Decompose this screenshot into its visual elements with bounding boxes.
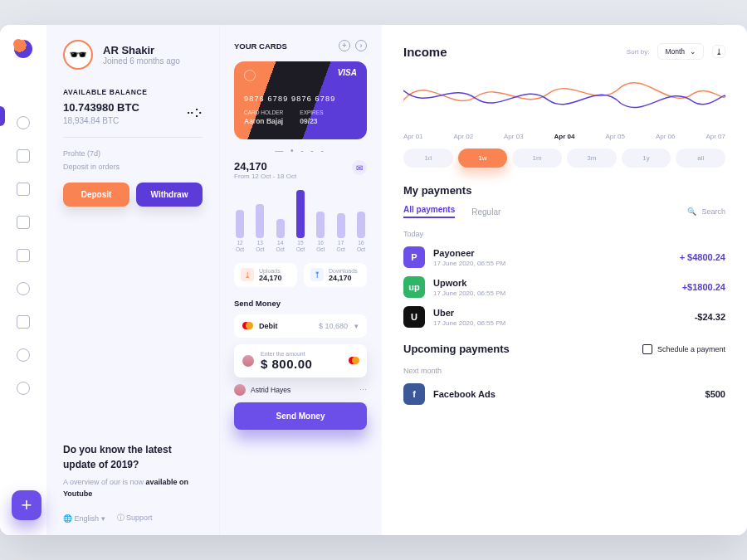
contacts-icon[interactable] [17,282,30,295]
briefcase-icon[interactable] [17,216,30,229]
bar[interactable] [337,213,345,238]
next-month-label: Next month [403,367,725,375]
more-icon[interactable]: ⋯ [359,386,367,394]
divider [63,137,203,138]
weekly-bar-chart [236,190,365,238]
payment-row[interactable]: UUber17 June 2020, 06:55 PM-$24.32 [403,306,725,328]
payment-date: 17 June 2020, 06:55 PM [433,290,505,297]
income-panel: Income Sort by: Month ⌄ ⤓ Apr 01Apr 02Ap… [382,25,747,535]
payments-list: PPayoneer17 June 2020, 06:55 PM+ $4800.2… [403,238,725,328]
balance-alt: 18,934.84 BTC [63,116,139,125]
sidebar-active-indicator [0,106,5,126]
downloads-label: Downloads [329,268,358,274]
profile-joined: Joined 6 months ago [103,56,180,66]
schedule-payment-button[interactable]: Schedule a payment [642,344,725,354]
payment-row[interactable]: PPayoneer17 June 2020, 06:55 PM+ $4800.2… [403,246,725,268]
search-input[interactable]: 🔍 Search [687,207,725,216]
card-brand: VISA [338,68,357,77]
range-chip[interactable]: 1w [458,149,508,168]
bar[interactable] [256,204,264,238]
income-line-chart [403,63,725,133]
promo-subtitle-a: A overview of our is now [63,478,146,486]
dashboard-icon[interactable] [17,116,30,129]
settings-icon[interactable] [17,382,30,395]
bar[interactable] [357,212,365,238]
balance-label: AVAILABLE BALANCE [63,88,203,96]
payment-date: 17 June 2020, 06:55 PM [433,260,505,267]
add-button[interactable]: + [12,490,42,520]
sort-select[interactable]: Month ⌄ [657,43,704,60]
range-chip[interactable]: 3m [567,149,617,168]
send-title: Send Money [234,299,367,308]
range-chips: 1d1w1m3m1yall [403,149,725,168]
upcoming-title: Upcoming payments [403,343,510,355]
clock-icon[interactable] [17,348,30,362]
support-link[interactable]: ⓘ Support [117,513,153,523]
axis-tick: Apr 03 [504,133,524,140]
payment-row[interactable]: upUpwork17 June 2020, 06:55 PM+$1800.24 [403,276,725,298]
calendar-icon [642,344,652,354]
debit-select[interactable]: Debit $ 10,680 ▾ [234,314,367,338]
bar-chart-labels: 12Oct13Oct14Oct15Oct16Oct17Oct16Oct [235,240,366,253]
range-chip[interactable]: 1m [512,149,562,168]
mastercard-icon [242,321,252,331]
payment-app-icon: P [403,246,425,268]
credit-card[interactable]: VISA 9876 6789 9876 6789 CARD HOLDERAaro… [234,61,367,139]
bar-label: 17Oct [336,240,346,253]
sidebar: + [0,25,46,535]
calendar-icon[interactable] [17,183,30,196]
cards-panel: YOUR CARDS + › VISA 9876 6789 9876 6789 … [219,25,382,535]
bar-label: 15Oct [295,240,305,253]
search-placeholder: Search [701,207,725,216]
downloads-card: ⤒ Downloads24,170 [304,263,367,287]
amount-value: $ 800.00 [261,357,342,371]
payment-app-icon: U [403,306,425,328]
range-chip[interactable]: 1y [622,149,671,168]
download-chart-button[interactable]: ⤓ [712,45,725,58]
bar-label: 16Oct [356,240,366,253]
tab-all-payments[interactable]: All payments [403,205,455,218]
notes-icon[interactable] [17,249,30,262]
axis-tick: Apr 01 [403,133,423,140]
app-window: + 🕶️ AR Shakir Joined 6 months ago AVAIL… [0,25,747,535]
bar[interactable] [296,190,305,238]
payment-name: Facebook Ads [433,389,496,399]
tab-regular[interactable]: Regular [471,207,500,217]
language-label: English [75,514,100,523]
profile-panel: 🕶️ AR Shakir Joined 6 months ago AVAILAB… [46,25,219,535]
bar-label: 16Oct [315,240,325,253]
uploads-value: 24,170 [259,274,282,282]
logo-icon [14,40,32,58]
payment-amount: -$24.32 [695,312,725,322]
bar[interactable] [316,212,325,238]
payment-amount: +$1800.24 [682,282,725,292]
next-card-button[interactable]: › [355,40,367,51]
downloads-value: 24,170 [329,274,358,282]
bar-label: 13Oct [255,240,265,253]
prohte-label: Prohte (7d) [63,149,203,158]
recipient-row[interactable]: Astrid Hayes ⋯ [234,384,367,396]
payment-amount: $500 [706,389,725,399]
payment-name: Payoneer [433,248,505,258]
sort-value: Month [665,47,685,56]
messages-icon[interactable]: ✉ [352,160,367,175]
avatar[interactable]: 🕶️ [63,40,93,70]
chevron-down-icon: ▾ [354,322,359,330]
amount-input[interactable]: Enter the amount $ 800.00 [234,344,367,377]
deposit-button[interactable]: Deposit [63,183,129,207]
bar[interactable] [236,210,244,238]
profile-name: AR Shakir [103,44,180,56]
send-money-button[interactable]: Send Money [234,402,367,430]
add-card-button[interactable]: + [339,40,350,51]
withdraw-button[interactable]: Withdraw [136,183,203,207]
range-chip[interactable]: all [676,149,725,168]
schedule-label: Schedule a payment [657,345,725,353]
range-chip[interactable]: 1d [403,149,453,168]
wallet-icon[interactable] [17,149,30,163]
bar[interactable] [276,219,285,238]
payment-row[interactable]: fFacebook Ads$500 [403,383,725,405]
download-icon: ⤒ [310,268,324,281]
card-icon[interactable] [17,315,30,329]
language-switch[interactable]: 🌐 English ▾ [63,514,105,523]
expiry-label: EXPIRES [300,110,323,115]
